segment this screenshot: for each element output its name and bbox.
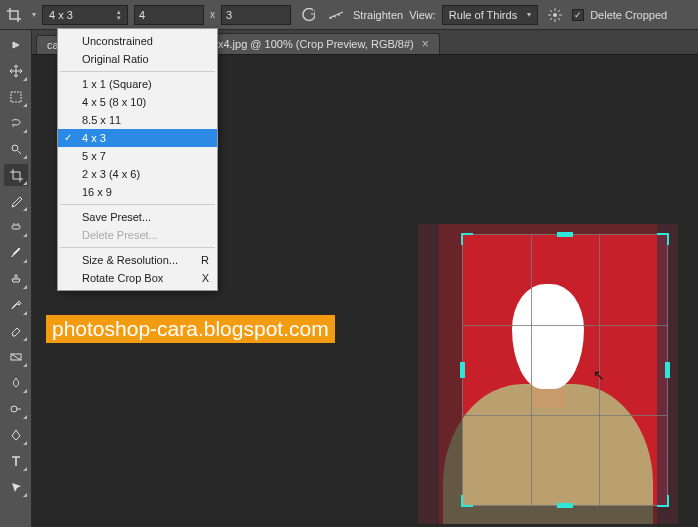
clone-stamp-tool[interactable] xyxy=(4,268,28,290)
crop-overlay-dropdown[interactable]: Rule of Thirds ▾ xyxy=(442,5,538,25)
stepper-arrows-icon: ▴▾ xyxy=(117,9,121,21)
brush-tool[interactable] xyxy=(4,242,28,264)
ratio-menu-item[interactable]: 16 x 9 xyxy=(58,183,217,201)
chevron-down-icon: ▾ xyxy=(32,10,36,19)
crop-handle-tm[interactable] xyxy=(557,232,573,237)
delete-cropped-label: Delete Cropped xyxy=(590,9,667,21)
crop-options-bar: ▾ 4 x 3 ▴▾ x Straighten View: Rule of Th… xyxy=(0,0,698,30)
aspect-ratio-label: 4 x 3 xyxy=(49,9,73,21)
ratio-menu-item[interactable]: 1 x 1 (Square) xyxy=(58,75,217,93)
ratio-menu-item[interactable]: 4 x 5 (8 x 10) xyxy=(58,93,217,111)
view-label: View: xyxy=(409,9,436,21)
ratio-menu-item[interactable]: Save Preset... xyxy=(58,208,217,226)
menu-separator xyxy=(60,204,215,205)
crop-settings-button[interactable] xyxy=(544,4,566,26)
eyedropper-tool[interactable] xyxy=(4,190,28,212)
ratio-menu-item[interactable]: 8.5 x 11 xyxy=(58,111,217,129)
ratio-menu-item[interactable]: 5 x 7 xyxy=(58,147,217,165)
ratio-menu-item[interactable]: ✓4 x 3 xyxy=(58,129,217,147)
ratio-menu-item[interactable]: 2 x 3 (4 x 6) xyxy=(58,165,217,183)
crop-handle-bm[interactable] xyxy=(557,503,573,508)
svg-point-2 xyxy=(12,145,18,151)
watermark-text: photoshop-cara.blogspot.com xyxy=(46,315,335,343)
svg-point-0 xyxy=(553,13,557,17)
cursor-icon: ↖ xyxy=(593,367,605,383)
eraser-tool[interactable] xyxy=(4,320,28,342)
check-icon: ✓ xyxy=(64,132,72,143)
aspect-ratio-menu: Unconstrained Original Ratio 1 x 1 (Squa… xyxy=(57,28,218,291)
chevron-down-icon: ▾ xyxy=(527,10,531,19)
tab-title: foto 3x4.jpg @ 100% (Crop Preview, RGB/8… xyxy=(190,38,413,50)
crop-handle-bl[interactable] xyxy=(461,495,473,507)
clear-ratio-button[interactable] xyxy=(297,4,319,26)
ratio-menu-item[interactable]: Size & Resolution...R xyxy=(58,251,217,269)
crop-tool-icon xyxy=(4,5,24,25)
close-tab-icon[interactable]: × xyxy=(422,37,429,51)
gradient-tool[interactable] xyxy=(4,346,28,368)
menu-separator xyxy=(60,247,215,248)
type-tool[interactable] xyxy=(4,450,28,472)
move-tool[interactable] xyxy=(4,60,28,82)
tools-panel xyxy=(0,30,32,527)
crop-width-input[interactable] xyxy=(134,5,204,25)
crop-handle-tr[interactable] xyxy=(657,233,669,245)
marquee-tool[interactable] xyxy=(4,86,28,108)
crop-handle-mr[interactable] xyxy=(665,362,670,378)
healing-brush-tool[interactable] xyxy=(4,216,28,238)
straighten-icon[interactable] xyxy=(325,4,347,26)
crop-handle-tl[interactable] xyxy=(461,233,473,245)
ratio-menu-item[interactable]: Rotate Crop BoxX xyxy=(58,269,217,287)
svg-rect-1 xyxy=(11,92,21,102)
pen-tool[interactable] xyxy=(4,424,28,446)
blur-tool[interactable] xyxy=(4,372,28,394)
canvas-image[interactable]: ↖ xyxy=(418,224,678,524)
dodge-tool[interactable] xyxy=(4,398,28,420)
svg-rect-3 xyxy=(12,225,20,229)
straighten-label: Straighten xyxy=(353,9,403,21)
document-tab-main[interactable]: foto 3x4.jpg @ 100% (Crop Preview, RGB/8… xyxy=(179,33,439,54)
collapse-arrow-icon[interactable] xyxy=(4,34,28,56)
ratio-menu-item[interactable]: Original Ratio xyxy=(58,50,217,68)
menu-separator xyxy=(60,71,215,72)
ratio-menu-item[interactable]: Unconstrained xyxy=(58,32,217,50)
swap-dimensions-button[interactable]: x xyxy=(210,9,215,20)
lasso-tool[interactable] xyxy=(4,112,28,134)
ratio-menu-item: Delete Preset... xyxy=(58,226,217,244)
history-brush-tool[interactable] xyxy=(4,294,28,316)
quick-select-tool[interactable] xyxy=(4,138,28,160)
crop-height-input[interactable] xyxy=(221,5,291,25)
crop-overlay-value: Rule of Thirds xyxy=(449,9,517,21)
crop-box[interactable]: ↖ xyxy=(462,234,668,506)
crop-handle-ml[interactable] xyxy=(460,362,465,378)
crop-handle-br[interactable] xyxy=(657,495,669,507)
delete-cropped-checkbox[interactable]: ✓ xyxy=(572,9,584,21)
crop-tool[interactable] xyxy=(4,164,28,186)
svg-point-5 xyxy=(11,406,17,412)
aspect-ratio-dropdown[interactable]: 4 x 3 ▴▾ xyxy=(42,5,128,25)
path-select-tool[interactable] xyxy=(4,476,28,498)
